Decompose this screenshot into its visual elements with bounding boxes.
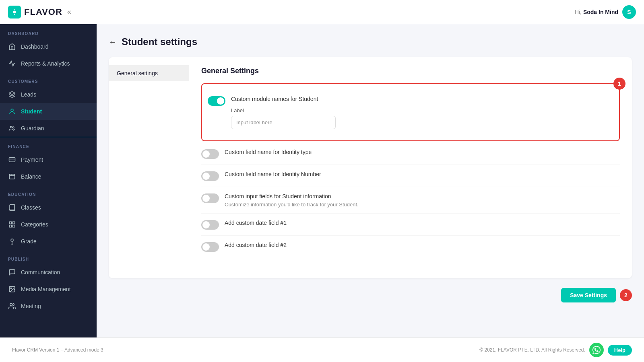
toggle-label-date-1: Add custom date field #1: [225, 219, 620, 227]
svg-rect-4: [9, 158, 15, 162]
toggle-content-custom-input: Custom input fields for Student informat…: [225, 193, 620, 208]
student-icon: [8, 107, 16, 115]
label-text: Label: [231, 107, 613, 113]
sidebar-item-balance[interactable]: Balance: [0, 168, 97, 185]
media-icon: [8, 285, 16, 293]
sidebar-item-meeting[interactable]: Meeting: [0, 298, 97, 315]
sidebar-item-label: Student: [21, 108, 42, 115]
toggle-content-identity-type: Custom field name for Identity type: [225, 148, 620, 156]
settings-main: General Settings 1 Custom module names f…: [189, 57, 632, 278]
settings-main-title: General Settings: [201, 67, 620, 75]
toggle-slider-date-2: [201, 242, 219, 252]
toggle-slider-custom-input: [201, 193, 219, 203]
toggle-identity-number[interactable]: [201, 171, 219, 181]
toggle-row-date-1: Add custom date field #1: [201, 214, 620, 236]
chart-icon: [8, 60, 16, 68]
whatsapp-icon: [592, 346, 601, 354]
section-label-publish: PUBLISH: [0, 250, 97, 264]
sidebar-item-student[interactable]: Student: [0, 103, 97, 120]
toggle-slider-identity-number: [201, 171, 219, 181]
logo-icon: [8, 6, 21, 19]
svg-rect-11: [9, 225, 11, 227]
toggle-date-2[interactable]: [201, 242, 219, 252]
sidebar-item-label: Balance: [21, 173, 41, 180]
toggle-custom-module[interactable]: [208, 96, 225, 106]
sidebar-item-label: Grade: [21, 238, 37, 245]
toggle-row-custom-module: Custom module names for Student Label: [208, 90, 613, 135]
toggle-row-identity-number: Custom field name for Identity Number: [201, 165, 620, 187]
toggle-date-1[interactable]: [201, 220, 219, 230]
balance-icon: [8, 173, 16, 181]
sidebar-item-dashboard[interactable]: Dashboard: [0, 38, 97, 55]
svg-point-2: [10, 126, 12, 128]
svg-point-15: [10, 288, 11, 288]
svg-point-16: [10, 303, 12, 306]
sidebar-item-label: Categories: [21, 221, 48, 228]
toggle-row-date-2: Add custom date field #2: [201, 236, 620, 257]
section-label-finance: FINANCE: [0, 137, 97, 151]
page-header: ← Student settings: [109, 36, 632, 47]
toggle-label-custom-module: Custom module names for Student: [231, 95, 613, 103]
sidebar-item-label: Media Management: [21, 286, 71, 292]
settings-sidebar-general[interactable]: General settings: [109, 65, 189, 81]
avatar[interactable]: S: [622, 5, 636, 19]
help-button[interactable]: Help: [608, 345, 632, 356]
footer-right: © 2021, FLAVOR PTE. LTD. All Rights Rese…: [479, 343, 632, 357]
categories-icon: [8, 220, 16, 228]
svg-point-13: [11, 239, 13, 241]
sidebar-item-label: Leads: [21, 91, 36, 98]
toggle-label-identity-number: Custom field name for Identity Number: [225, 171, 620, 179]
header-right: Hi, Soda In Mind S: [575, 5, 636, 19]
toggle-slider-date-1: [201, 220, 219, 230]
svg-rect-10: [13, 222, 15, 224]
toggle-content-date-2: Add custom date field #2: [225, 241, 620, 249]
guardian-icon: [8, 124, 16, 132]
header: FLAVOR « Hi, Soda In Mind S: [0, 0, 644, 24]
toggle-slider-identity-type: [201, 149, 219, 159]
toggle-content-date-1: Add custom date field #1: [225, 219, 620, 227]
toggle-row-identity-type: Custom field name for Identity type: [201, 143, 620, 165]
section-label-dashboard: DASHBOARD: [0, 24, 97, 38]
footer-version: Flavor CRM Version 1 – Advanced mode 3: [12, 347, 103, 353]
back-button[interactable]: ←: [109, 37, 117, 47]
sidebar-item-leads[interactable]: Leads: [0, 86, 97, 103]
sidebar-item-guardian[interactable]: Guardian: [0, 120, 97, 137]
toggle-identity-type[interactable]: [201, 149, 219, 159]
sidebar-item-categories[interactable]: Categories: [0, 216, 97, 233]
label-input[interactable]: [231, 116, 336, 129]
whatsapp-button[interactable]: [589, 343, 604, 357]
sidebar-item-reports[interactable]: Reports & Analytics: [0, 55, 97, 72]
settings-panel: General settings General Settings 1 Cust…: [109, 57, 632, 278]
communication-icon: [8, 268, 16, 276]
footer-copyright: © 2021, FLAVOR PTE. LTD. All Rights Rese…: [479, 347, 585, 353]
sidebar-item-communication[interactable]: Communication: [0, 264, 97, 281]
page-title: Student settings: [122, 36, 197, 47]
toggle-sublabel-custom-input: Customize information you'd like to trac…: [225, 202, 620, 208]
badge-1: 1: [613, 78, 625, 90]
toggle-row-custom-input: Custom input fields for Student informat…: [201, 187, 620, 214]
highlight-box-1: 1 Custom module names for Student Label: [201, 83, 620, 141]
logo: FLAVOR: [8, 6, 62, 19]
sidebar-item-media[interactable]: Media Management: [0, 281, 97, 298]
sidebar-item-payment[interactable]: Payment: [0, 151, 97, 168]
greeting-text: Hi, Soda In Mind: [575, 9, 618, 15]
toggle-custom-input[interactable]: [201, 193, 219, 203]
sidebar-item-label: Payment: [21, 156, 43, 163]
toggle-content-identity-number: Custom field name for Identity Number: [225, 171, 620, 179]
meeting-icon: [8, 302, 16, 310]
svg-point-0: [13, 10, 16, 13]
sidebar-item-label: Guardian: [21, 125, 44, 132]
collapse-button[interactable]: «: [67, 8, 71, 16]
app-body: DASHBOARD Dashboard Reports & Analytics …: [0, 24, 644, 337]
sidebar-item-classes[interactable]: Classes: [0, 199, 97, 216]
settings-sidebar: General settings: [109, 57, 189, 278]
footer: Flavor CRM Version 1 – Advanced mode 3 ©…: [0, 337, 644, 362]
grade-icon: [8, 237, 16, 245]
payment-icon: [8, 156, 16, 164]
sidebar-item-grade[interactable]: Grade: [0, 233, 97, 250]
sidebar-item-label: Classes: [21, 204, 41, 211]
svg-point-3: [12, 127, 14, 128]
toggle-slider-custom-module: [208, 96, 225, 106]
svg-point-1: [11, 109, 13, 111]
save-settings-button[interactable]: Save Settings: [561, 288, 616, 302]
